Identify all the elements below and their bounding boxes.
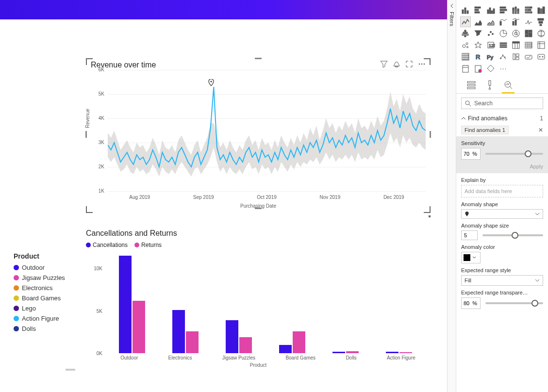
viz-type-icon[interactable] [523, 28, 534, 39]
analytics-tab-icon[interactable] [503, 80, 514, 90]
viz-type-icon[interactable] [523, 5, 534, 16]
anomaly-shape-size-slider[interactable] [482, 234, 543, 236]
viz-type-icon[interactable] [473, 16, 483, 27]
bar[interactable] [119, 256, 132, 353]
viz-type-icon[interactable] [460, 16, 471, 27]
filters-label: Filters [449, 12, 455, 26]
line-chart-visual[interactable]: Revenue over time Revenue 1K2K3K4K5K6K [86, 58, 431, 206]
y-tick-label: 6K [99, 67, 104, 72]
viz-type-icon[interactable] [498, 5, 509, 16]
expected-range-style-select[interactable]: Fill [461, 275, 543, 286]
anomaly-shape-size-input[interactable] [461, 230, 478, 240]
viz-type-icon[interactable] [536, 28, 547, 39]
y-tick-label: 2K [99, 164, 104, 169]
sensitivity-slider[interactable] [485, 153, 543, 155]
search-icon [465, 100, 471, 107]
slicer-scrollbar[interactable] [66, 369, 75, 371]
viz-type-icon[interactable] [511, 5, 521, 16]
viz-type-icon[interactable] [536, 5, 547, 16]
selection-handle-extra[interactable] [429, 215, 431, 217]
format-tab-icon[interactable] [484, 80, 495, 90]
spotlight-icon[interactable] [393, 60, 400, 70]
find-anomalies-section-header[interactable]: Find anomalies 1 [461, 113, 543, 124]
filter-icon[interactable] [380, 60, 388, 70]
viz-type-icon[interactable] [498, 51, 509, 62]
report-canvas[interactable]: Revenue over time Revenue 1K2K3K4K5K6K [0, 0, 447, 392]
bar-group [172, 310, 199, 353]
svg-rect-31 [543, 7, 545, 14]
viz-type-icon[interactable] [485, 16, 496, 27]
viz-type-icon[interactable] [460, 5, 471, 16]
slicer-item[interactable]: Dolls [14, 325, 77, 332]
viz-type-icon[interactable] [536, 40, 547, 50]
bar[interactable] [332, 352, 345, 354]
viz-type-icon[interactable] [473, 28, 483, 39]
viz-type-icon[interactable] [523, 40, 534, 50]
viz-type-icon[interactable] [460, 51, 471, 62]
viz-type-icon[interactable] [473, 5, 483, 16]
explain-by-dropzone[interactable]: Add data fields here [461, 185, 543, 197]
bar[interactable] [226, 320, 238, 353]
viz-type-icon[interactable] [523, 16, 534, 27]
bar[interactable] [293, 331, 305, 354]
bar[interactable] [399, 352, 412, 353]
bar[interactable] [186, 331, 199, 354]
slicer-item[interactable]: Action Figure [14, 315, 77, 322]
remove-anomaly-icon[interactable]: ✕ [534, 127, 543, 133]
viz-type-icon[interactable] [511, 16, 521, 27]
search-input[interactable]: Search [461, 98, 543, 109]
viz-type-icon[interactable] [460, 63, 471, 74]
viz-more-icon[interactable]: ··· [498, 63, 509, 74]
anomaly-shape-select[interactable] [461, 209, 543, 219]
sensitivity-input[interactable] [461, 148, 481, 160]
viz-type-icon[interactable] [536, 51, 547, 62]
anomaly-color-picker[interactable] [461, 252, 481, 263]
anomaly-instance-chip[interactable]: Find anomalies 1 [461, 126, 509, 134]
viz-type-icon[interactable] [498, 28, 509, 39]
bar[interactable] [279, 345, 292, 354]
viz-type-icon[interactable] [485, 5, 496, 16]
expand-filters-icon[interactable] [449, 3, 455, 9]
viz-type-icon[interactable] [511, 40, 521, 50]
viz-type-icon[interactable] [460, 40, 471, 50]
filters-pane-collapsed[interactable]: Filters [447, 0, 456, 392]
expected-range-transparency-slider[interactable] [485, 302, 543, 304]
viz-type-icon[interactable]: 123 [485, 40, 496, 50]
focus-mode-icon[interactable] [405, 60, 413, 70]
apply-button[interactable]: Apply [461, 160, 543, 170]
slicer-item[interactable]: Jigsaw Puzzles [14, 274, 77, 281]
viz-type-icon[interactable]: Py [485, 51, 496, 62]
slicer-item[interactable]: Board Games [14, 294, 77, 302]
slicer-item-label: Board Games [22, 294, 61, 302]
legend-item-returns[interactable]: Returns [134, 242, 162, 248]
anomaly-marker-icon[interactable] [208, 79, 214, 86]
bar[interactable] [172, 310, 185, 353]
chevron-up-icon [461, 116, 466, 121]
viz-type-icon[interactable] [473, 63, 483, 74]
bar[interactable] [133, 301, 145, 354]
viz-type-icon[interactable] [485, 63, 496, 74]
slicer-item[interactable]: Electronics [14, 284, 77, 292]
more-options-icon[interactable] [418, 60, 426, 70]
viz-type-icon[interactable]: R [473, 51, 483, 62]
bar-chart-visual[interactable]: Cancellations and Returns Cancellations … [86, 228, 431, 392]
viz-type-icon[interactable] [511, 51, 521, 62]
viz-type-icon[interactable] [536, 16, 547, 27]
bar[interactable] [386, 352, 399, 353]
expected-range-transparency-input[interactable] [461, 297, 481, 309]
viz-type-icon[interactable] [511, 28, 521, 39]
slicer-item[interactable]: Outdoor [14, 264, 77, 271]
legend-item-cancellations[interactable]: Cancellations [86, 242, 128, 248]
svg-rect-17 [513, 10, 514, 14]
viz-type-icon[interactable] [498, 40, 509, 50]
bar[interactable] [346, 351, 359, 353]
viz-type-icon[interactable] [485, 28, 496, 39]
viz-type-icon[interactable] [498, 16, 509, 27]
slicer-item[interactable]: Lego [14, 305, 77, 312]
viz-type-icon[interactable] [473, 40, 483, 50]
viz-type-icon[interactable] [460, 28, 471, 39]
bar[interactable] [239, 337, 252, 353]
fields-tab-icon[interactable] [466, 80, 477, 90]
viz-type-icon[interactable] [523, 51, 534, 62]
product-slicer[interactable]: Product OutdoorJigsaw PuzzlesElectronics… [14, 252, 77, 335]
